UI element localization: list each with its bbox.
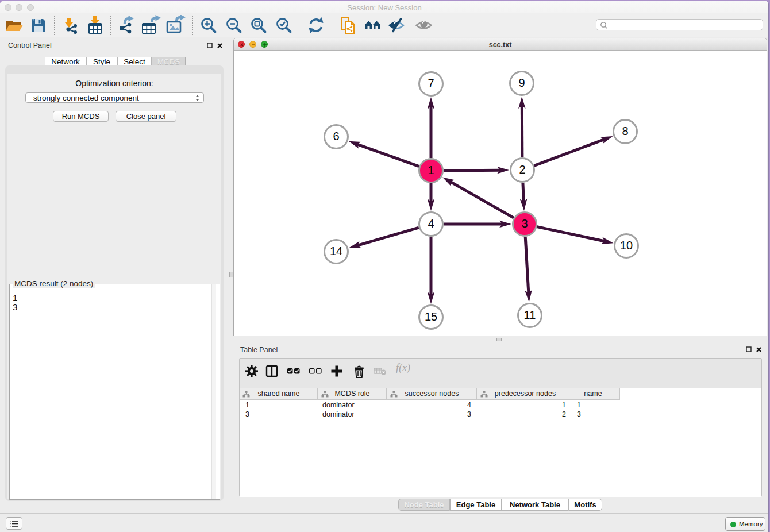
svg-text:11: 11 — [524, 309, 536, 321]
svg-text:14: 14 — [330, 245, 342, 257]
svg-text:7: 7 — [428, 77, 434, 90]
svg-text:1: 1 — [428, 164, 434, 176]
svg-text:2: 2 — [519, 163, 525, 176]
svg-text:9: 9 — [518, 76, 525, 89]
svg-text:6: 6 — [333, 130, 339, 142]
svg-text:15: 15 — [425, 310, 437, 323]
svg-text:8: 8 — [622, 125, 628, 137]
svg-text:3: 3 — [521, 217, 528, 230]
svg-text:10: 10 — [620, 239, 633, 252]
svg-text:4: 4 — [428, 217, 434, 230]
